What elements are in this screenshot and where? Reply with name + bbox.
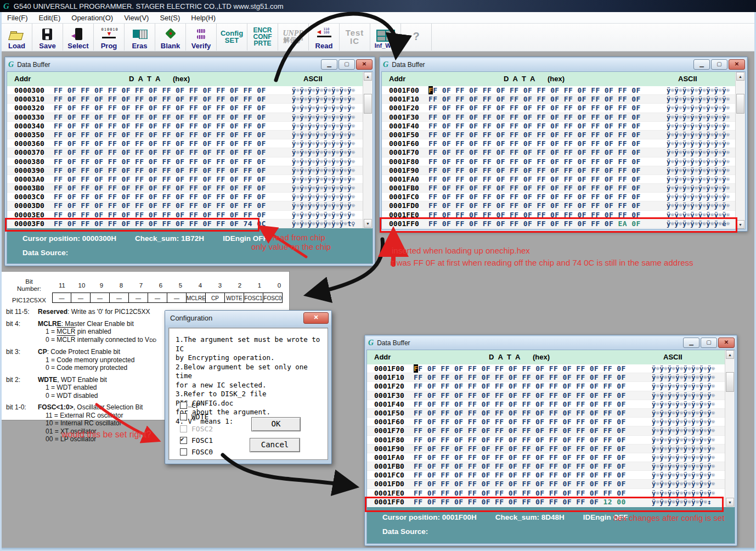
verify-icon [193,27,210,42]
buffer-row-0000360[interactable]: 0000360FF 0F FF 0F FF 0F FF 0F FF 0F FF … [7,139,363,148]
buffer-row-0000310[interactable]: 0000310FF 0F FF 0F FF 0F FF 0F FF 0F FF … [7,95,363,104]
scroll-up-icon[interactable]: ▲ [364,72,372,81]
inf-win-button[interactable]: Inf_Win [370,24,401,50]
col-data: D A T A [504,75,537,83]
buffer-row-0001FA0[interactable]: 0001FA0FF 0F FF 0F FF 0F FF 0F FF 0F FF … [367,453,725,462]
window-titlebar[interactable]: G Data Buffer ▁ ▢ ✕ [381,58,746,71]
buffer-row-00003D0[interactable]: 00003D0FF 0F FF 0F FF 0F FF 0F FF 0F FF … [7,201,363,210]
buffer-row-0001FC0[interactable]: 0001FC0FF 0F FF 0F FF 0F FF 0F FF 0F FF … [367,471,725,480]
scroll-up-icon[interactable]: ▲ [726,350,734,359]
buffer-row-0001FA0[interactable]: 0001FA0FF 0F FF 0F FF 0F FF 0F FF 0F FF … [382,175,736,184]
buffer-row-0001FD0[interactable]: 0001FD0FF 0F FF 0F FF 0F FF 0F FF 0F FF … [367,480,725,488]
buffer-row-00003A0[interactable]: 00003A0FF 0F FF 0F FF 0F FF 0F FF 0F FF … [7,175,363,184]
buffer-row-0001F20[interactable]: 0001F20FF 0F FF 0F FF 0F FF 0F FF 0F FF … [367,382,725,391]
checkbox-fosc0[interactable]: FOSC0 [180,448,213,456]
buffer-row-0001F40[interactable]: 0001F40FF 0F FF 0F FF 0F FF 0F FF 0F FF … [367,400,725,409]
buffer-row-0000390[interactable]: 0000390FF 0F FF 0F FF 0F FF 0F FF 0F FF … [7,166,363,175]
buffer-row-0001F40[interactable]: 0001F40FF 0F FF 0F FF 0F FF 0F FF 0F FF … [382,122,736,131]
dialog-titlebar[interactable]: Configuration ✕ [165,311,331,325]
bit-number: 8 [111,276,131,293]
menu-item-set[interactable]: Set(S) [154,14,185,22]
menu-item-edit[interactable]: Edit(E) [33,14,66,22]
buffer-row-0001F50[interactable]: 0001F50FF 0F FF 0F FF 0F FF 0F FF 0F FF … [367,409,725,418]
dialog-close-button[interactable]: ✕ [303,312,329,324]
buffer-row-0001F10[interactable]: 0001F10FF 0F FF 0F FF 0F FF 0F FF 0F FF … [382,95,736,104]
scrollbar[interactable]: ▲ ▼ [735,72,745,229]
buffer-row-0001F80[interactable]: 0001F80FF 0F FF 0F FF 0F FF 0F FF 0F FF … [367,436,725,445]
encr-conf-prte-button[interactable]: ENCRCONFPRTE [247,24,278,50]
buffer-row-0000340[interactable]: 0000340FF 0F FF 0F FF 0F FF 0F FF 0F FF … [7,122,363,131]
blank-button[interactable]: Blank [155,24,186,50]
buffer-row-0001F10[interactable]: 0001F10FF 0F FF 0F FF 0F FF 0F FF 0F FF … [367,373,725,382]
close-button[interactable]: ✕ [729,59,745,70]
checkbox-cp[interactable]: CP [180,401,200,409]
scroll-thumb[interactable] [364,94,372,114]
save-button[interactable]: Save [32,24,63,50]
scroll-down-icon[interactable]: ▼ [736,220,744,229]
buffer-row-0000350[interactable]: 0000350FF 0F FF 0F FF 0F FF 0F FF 0F FF … [7,131,363,139]
buffer-row-00003C0[interactable]: 00003C0FF 0F FF 0F FF 0F FF 0F FF 0F FF … [7,193,363,201]
buffer-row-0001F20[interactable]: 0001F20FF 0F FF 0F FF 0F FF 0F FF 0F FF … [382,104,736,113]
close-button[interactable]: ✕ [718,338,735,348]
buffer-row-0001F70[interactable]: 0001F70FF 0F FF 0F FF 0F FF 0F FF 0F FF … [367,426,725,435]
buffer-row-0001F30[interactable]: 0001F30FF 0F FF 0F FF 0F FF 0F FF 0F FF … [382,113,736,122]
scroll-thumb[interactable] [726,372,734,392]
buffer-row-0001F60[interactable]: 0001F60FF 0F FF 0F FF 0F FF 0F FF 0F FF … [382,139,736,148]
buffer-row-0001FC0[interactable]: 0001FC0FF 0F FF 0F FF 0F FF 0F FF 0F FF … [382,193,736,201]
buffer-row-0001FB0[interactable]: 0001FB0FF 0F FF 0F FF 0F FF 0F FF 0F FF … [367,462,725,471]
buffer-row-0000380[interactable]: 0000380FF 0F FF 0F FF 0F FF 0F FF 0F FF … [7,158,363,166]
bit-cell: — [148,293,167,303]
buffer-row-0000370[interactable]: 0000370FF 0F FF 0F FF 0F FF 0F FF 0F FF … [7,148,363,157]
ok-button[interactable]: OK [251,417,301,431]
scroll-down-icon[interactable]: ▼ [364,219,372,228]
checkbox-wdte[interactable]: WDTE [180,413,208,421]
scroll-thumb[interactable] [736,94,744,114]
bit-number: 1 [250,276,269,293]
menu-item-help[interactable]: Help(H) [185,14,221,22]
buffer-row-0001F90[interactable]: 0001F90FF 0F FF 0F FF 0F FF 0F FF 0F FF … [382,166,736,175]
scroll-down-icon[interactable]: ▼ [726,498,734,507]
buffer-row-0001F60[interactable]: 0001F60FF 0F FF 0F FF 0F FF 0F FF 0F FF … [367,418,725,426]
buffer-row-0001FD0[interactable]: 0001FD0FF 0F FF 0F FF 0F FF 0F FF 0F FF … [382,201,736,210]
menu-item-operation[interactable]: Operation(O) [66,14,119,22]
bit-number: 10 [72,276,92,293]
buffer-row-0001FB0[interactable]: 0001FB0FF 0F FF 0F FF 0F FF 0F FF 0F FF … [382,184,736,193]
minimize-button[interactable]: ▁ [693,59,710,70]
maximize-button[interactable]: ▢ [711,59,727,70]
minimize-button[interactable]: ▁ [683,338,699,348]
window-titlebar[interactable]: G Data Buffer ▁ ▢ ✕ [6,58,374,71]
buffer-row-0001F50[interactable]: 0001F50FF 0F FF 0F FF 0F FF 0F FF 0F FF … [382,131,736,139]
maximize-button[interactable]: ▢ [701,338,717,348]
buffer-row-0001F00[interactable]: 0001F00FF 0F FF 0F FF 0F FF 0F FF 0F FF … [367,364,725,373]
bit-cell: — [52,293,71,303]
verify-button[interactable]: Verify [186,24,217,50]
app-titlebar[interactable]: G G540 UNIVERSALL PROGRAMMER. STAGER ELE… [0,0,756,12]
read-button[interactable]: ◄110 100Read [309,24,340,50]
maximize-button[interactable]: ▢ [338,59,355,70]
window-titlebar[interactable]: G Data Buffer ▁ ▢ ✕ [366,336,736,349]
buffer-row-0001F70[interactable]: 0001F70FF 0F FF 0F FF 0F FF 0F FF 0F FF … [382,148,736,157]
buffer-row-0000300[interactable]: 0000300FF 0F FF 0F FF 0F FF 0F FF 0F FF … [7,86,363,95]
checkbox-fosc1[interactable]: FOSC1 [180,436,213,445]
cancel-button[interactable]: Cancel [250,438,300,452]
buffer-row-0001F00[interactable]: 0001F00FF 0F FF 0F FF 0F FF 0F FF 0F FF … [382,86,736,95]
select-button[interactable]: Select [63,24,94,50]
col-addr: Addr [389,75,405,83]
menu-item-view[interactable]: View(V) [119,14,154,22]
window-title: Data Buffer [17,61,50,69]
buffer-row-0001F90[interactable]: 0001F90FF 0F FF 0F FF 0F FF 0F FF 0F FF … [367,445,725,453]
toolbar-button-label: Load [8,42,25,49]
buffer-row-0000320[interactable]: 0000320FF 0F FF 0F FF 0F FF 0F FF 0F FF … [7,104,363,113]
load-button[interactable]: Load [2,24,32,50]
buffer-row-0000330[interactable]: 0000330FF 0F FF 0F FF 0F FF 0F FF 0F FF … [7,113,363,122]
minimize-button[interactable]: ▁ [321,59,337,70]
buffer-row-00003B0[interactable]: 00003B0FF 0F FF 0F FF 0F FF 0F FF 0F FF … [7,184,363,193]
prog-button[interactable]: 010010▼Prog [94,24,125,50]
buffer-row-0001F30[interactable]: 0001F30FF 0F FF 0F FF 0F FF 0F FF 0F FF … [367,391,725,400]
buffer-row-0001F80[interactable]: 0001F80FF 0F FF 0F FF 0F FF 0F FF 0F FF … [382,158,736,166]
scroll-up-icon[interactable]: ▲ [736,72,744,81]
config-set-button[interactable]: ConfigSET [217,24,247,50]
close-button[interactable]: ✕ [356,59,373,70]
eras-button[interactable]: Eras [125,24,155,50]
menu-item-file[interactable]: File(F) [2,14,33,22]
